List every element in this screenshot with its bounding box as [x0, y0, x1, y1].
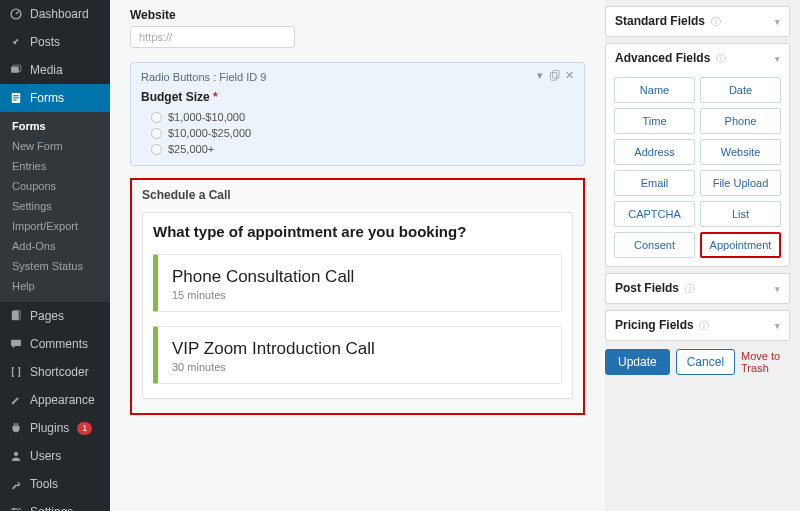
help-icon[interactable]: ⓘ — [697, 320, 710, 331]
appointment-question: What type of appointment are you booking… — [153, 223, 562, 240]
sidebar-item-posts[interactable]: Posts — [0, 28, 110, 56]
appointment-name: Phone Consultation Call — [172, 267, 547, 287]
field-button-phone[interactable]: Phone — [700, 108, 781, 134]
svg-point-9 — [14, 452, 18, 456]
appointment-option[interactable]: Phone Consultation Call 15 minutes — [153, 254, 562, 312]
panel-title: Standard Fields — [615, 14, 705, 28]
brush-icon — [8, 392, 24, 408]
plugin-icon — [8, 420, 24, 436]
field-button-email[interactable]: Email — [614, 170, 695, 196]
panel-header-post[interactable]: Post Fields ⓘ ▾ — [606, 274, 789, 303]
move-to-trash-link[interactable]: Move to Trash — [741, 350, 790, 374]
close-icon[interactable]: ✕ — [565, 69, 574, 85]
submenu-import-export[interactable]: Import/Export — [0, 216, 110, 236]
sidebar-item-tools[interactable]: Tools — [0, 470, 110, 498]
sidebar-label: Pages — [30, 309, 64, 323]
field-button-consent[interactable]: Consent — [614, 232, 695, 258]
field-button-file-upload[interactable]: File Upload — [700, 170, 781, 196]
panel-header-standard[interactable]: Standard Fields ⓘ ▾ — [606, 7, 789, 36]
radio-option[interactable]: $10,000-$25,000 — [141, 125, 574, 141]
cancel-button[interactable]: Cancel — [676, 349, 735, 375]
field-button-address[interactable]: Address — [614, 139, 695, 165]
help-icon[interactable]: ⓘ — [708, 16, 721, 27]
field-button-time[interactable]: Time — [614, 108, 695, 134]
brackets-icon — [8, 364, 24, 380]
field-button-website[interactable]: Website — [700, 139, 781, 165]
pin-icon — [8, 34, 24, 50]
sidebar-item-settings[interactable]: Settings — [0, 498, 110, 511]
form-actions: Update Cancel Move to Trash — [605, 349, 790, 375]
submenu-addons[interactable]: Add-Ons — [0, 236, 110, 256]
submenu-new-form[interactable]: New Form — [0, 136, 110, 156]
panel-header-advanced[interactable]: Advanced Fields ⓘ ▾ — [606, 44, 789, 73]
advanced-fields-panel: Advanced Fields ⓘ ▾ Name Date Time Phone… — [605, 43, 790, 267]
submenu-system-status[interactable]: System Status — [0, 256, 110, 276]
duplicate-icon[interactable] — [547, 69, 561, 85]
field-button-name[interactable]: Name — [614, 77, 695, 103]
sidebar-item-dashboard[interactable]: Dashboard — [0, 0, 110, 28]
sidebar-label: Users — [30, 449, 61, 463]
sidebar-item-media[interactable]: Media — [0, 56, 110, 84]
schedule-label: Schedule a Call — [142, 188, 573, 202]
sidebar-item-users[interactable]: Users — [0, 442, 110, 470]
panel-header-pricing[interactable]: Pricing Fields ⓘ ▾ — [606, 311, 789, 340]
sidebar-label: Comments — [30, 337, 88, 351]
sidebar-item-plugins[interactable]: Plugins 1 — [0, 414, 110, 442]
chevron-up-icon: ▾ — [775, 54, 780, 64]
field-button-appointment[interactable]: Appointment — [700, 232, 781, 258]
sidebar-item-shortcoder[interactable]: Shortcoder — [0, 358, 110, 386]
website-input[interactable] — [130, 26, 295, 48]
help-icon[interactable]: ⓘ — [713, 53, 726, 64]
chevron-down-icon: ▾ — [775, 17, 780, 27]
field-title: Budget Size * — [141, 90, 574, 104]
form-editor: Website Radio Buttons : Field ID 9 ▾ ✕ B… — [110, 0, 605, 511]
submenu-entries[interactable]: Entries — [0, 156, 110, 176]
submenu-settings[interactable]: Settings — [0, 196, 110, 216]
appointment-option[interactable]: VIP Zoom Introduction Call 30 minutes — [153, 326, 562, 384]
sidebar-item-pages[interactable]: Pages — [0, 302, 110, 330]
sidebar-label: Forms — [30, 91, 64, 105]
sidebar-item-appearance[interactable]: Appearance — [0, 386, 110, 414]
sidebar-label: Posts — [30, 35, 60, 49]
update-button[interactable]: Update — [605, 349, 670, 375]
dashboard-icon — [8, 6, 24, 22]
media-icon — [8, 62, 24, 78]
help-icon[interactable]: ⓘ — [682, 283, 695, 294]
appointment-duration: 30 minutes — [172, 361, 547, 373]
submenu-forms[interactable]: Forms — [0, 116, 110, 136]
svg-rect-10 — [11, 509, 21, 510]
sliders-icon — [8, 504, 24, 511]
panel-title: Pricing Fields — [615, 318, 694, 332]
radio-label: $25,000+ — [168, 143, 214, 155]
sidebar-item-comments[interactable]: Comments — [0, 330, 110, 358]
panel-title: Advanced Fields — [615, 51, 710, 65]
field-button-captcha[interactable]: CAPTCHA — [614, 201, 695, 227]
field-button-date[interactable]: Date — [700, 77, 781, 103]
svg-rect-16 — [551, 73, 557, 81]
pricing-fields-panel: Pricing Fields ⓘ ▾ — [605, 310, 790, 341]
radio-field-block[interactable]: Radio Buttons : Field ID 9 ▾ ✕ Budget Si… — [130, 62, 585, 166]
chevron-down-icon[interactable]: ▾ — [537, 69, 543, 85]
appointment-field-highlight: Schedule a Call What type of appointment… — [130, 178, 585, 415]
chevron-down-icon: ▾ — [775, 284, 780, 294]
submenu-coupons[interactable]: Coupons — [0, 176, 110, 196]
sidebar-label: Media — [30, 63, 63, 77]
radio-label: $10,000-$25,000 — [168, 127, 251, 139]
radio-option[interactable]: $25,000+ — [141, 141, 574, 157]
users-icon — [8, 448, 24, 464]
forms-icon — [8, 90, 24, 106]
chevron-down-icon: ▾ — [775, 321, 780, 331]
field-button-list[interactable]: List — [700, 201, 781, 227]
svg-rect-4 — [13, 95, 19, 96]
radio-option[interactable]: $1,000-$10,000 — [141, 109, 574, 125]
svg-rect-6 — [13, 99, 17, 100]
admin-sidebar: Dashboard Posts Media Forms Forms New Fo… — [0, 0, 110, 511]
svg-point-13 — [13, 508, 15, 510]
appointment-card: What type of appointment are you booking… — [142, 212, 573, 399]
submenu-help[interactable]: Help — [0, 276, 110, 296]
svg-rect-1 — [11, 67, 19, 73]
sidebar-label: Dashboard — [30, 7, 89, 21]
update-badge: 1 — [77, 422, 92, 435]
sidebar-item-forms[interactable]: Forms — [0, 84, 110, 112]
sidebar-label: Settings — [30, 505, 73, 511]
